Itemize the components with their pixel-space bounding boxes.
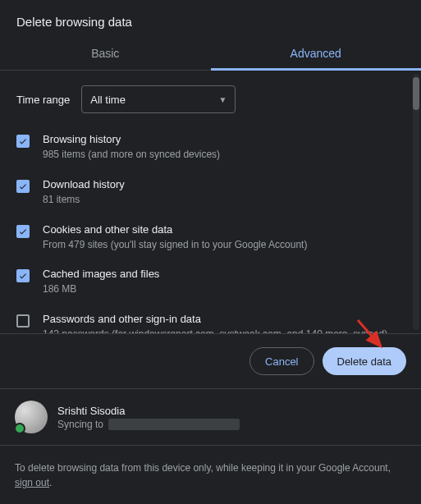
checkbox[interactable] (16, 225, 30, 238)
scroll-content: Time range All time ▼ Browsing history 9… (0, 71, 421, 333)
option-label: Cookies and other site data (43, 223, 307, 236)
checkbox[interactable] (16, 269, 30, 282)
scrollbar[interactable] (413, 74, 419, 330)
option-label: Cached images and files (43, 268, 159, 280)
time-range-value: All time (90, 94, 126, 106)
dialog-actions: Cancel Delete data (0, 334, 421, 388)
dialog-title: Delete browsing data (0, 0, 421, 39)
sync-section: Srishti Sisodia Syncing to (0, 388, 421, 446)
option-desc: 985 items (and more on synced devices) (43, 148, 220, 162)
tab-advanced[interactable]: Advanced (211, 39, 422, 70)
option-desc: From 479 sites (you'll stay signed in to… (43, 238, 307, 252)
sync-row: Srishti Sisodia Syncing to (15, 401, 406, 433)
option-cookies[interactable]: Cookies and other site data From 479 sit… (13, 215, 408, 260)
option-label: Browsing history (43, 133, 220, 145)
avatar (15, 401, 48, 433)
option-passwords[interactable]: Passwords and other sign-in data 142 pas… (13, 305, 408, 333)
delete-browsing-data-dialog: Delete browsing data Basic Advanced Time… (0, 0, 421, 504)
option-desc: 81 items (43, 193, 125, 207)
time-range-row: Time range All time ▼ (0, 71, 421, 118)
option-browsing-history[interactable]: Browsing history 985 items (and more on … (13, 125, 408, 170)
time-range-label: Time range (16, 94, 70, 106)
scroll-track (413, 74, 419, 330)
option-label: Passwords and other sign-in data (43, 313, 387, 325)
sync-user-name: Srishti Sisodia (57, 405, 240, 417)
chevron-down-icon: ▼ (218, 95, 227, 104)
scroll-thumb[interactable] (413, 77, 419, 110)
option-cache[interactable]: Cached images and files 186 MB (13, 259, 408, 305)
options-list: Browsing history 985 items (and more on … (0, 118, 421, 333)
checkbox[interactable] (16, 314, 30, 328)
sign-out-link[interactable]: sign out (15, 477, 49, 488)
cancel-button[interactable]: Cancel (249, 347, 313, 375)
time-range-select[interactable]: All time ▼ (81, 85, 236, 113)
option-label: Download history (43, 178, 125, 190)
delete-data-button[interactable]: Delete data (323, 347, 407, 375)
redacted-email (108, 419, 240, 430)
sync-status: Syncing to (57, 419, 240, 430)
checkbox[interactable] (16, 180, 30, 193)
option-download-history[interactable]: Download history 81 items (13, 170, 408, 215)
footer-note: To delete browsing data from this device… (0, 446, 421, 504)
sync-status-badge-icon (14, 423, 25, 434)
option-desc: 186 MB (43, 282, 159, 296)
option-desc: 142 passwords (for windowsreport.com, sy… (43, 328, 387, 333)
checkbox[interactable] (16, 135, 30, 148)
tab-basic[interactable]: Basic (0, 39, 211, 70)
tabs: Basic Advanced (0, 39, 421, 71)
